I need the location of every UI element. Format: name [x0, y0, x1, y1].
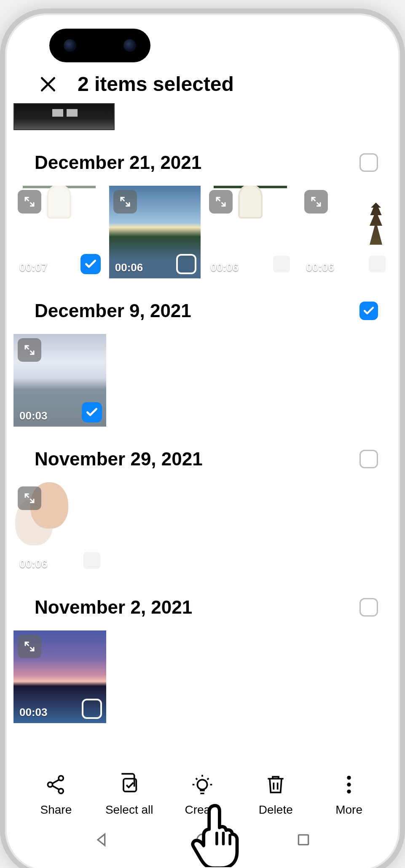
- more-button[interactable]: More: [319, 772, 378, 817]
- create-button[interactable]: Create: [173, 772, 232, 817]
- video-thumbnail[interactable]: 00:06: [300, 186, 392, 278]
- group-date-label: November 2, 2021: [35, 597, 192, 618]
- create-label: Create: [185, 803, 220, 817]
- trash-icon: [263, 772, 288, 797]
- thumbnail-checkbox[interactable]: [176, 254, 196, 274]
- group-header: November 29, 2021: [9, 427, 396, 482]
- svg-point-1: [59, 776, 63, 780]
- group-checkbox[interactable]: [359, 598, 378, 617]
- svg-point-2: [59, 789, 63, 793]
- group-date-label: November 29, 2021: [35, 449, 203, 470]
- video-duration: 00:06: [115, 261, 143, 274]
- expand-icon: [304, 190, 328, 214]
- select-all-button[interactable]: Select all: [100, 772, 159, 817]
- expand-icon: [209, 190, 233, 214]
- gallery-content: December 21, 2021 00:07 0: [9, 103, 396, 764]
- expand-icon: [113, 190, 137, 214]
- close-icon[interactable]: [39, 75, 57, 93]
- thumbnail-checkbox[interactable]: [80, 254, 101, 274]
- video-duration: 00:06: [19, 558, 48, 571]
- select-all-label: Select all: [105, 803, 153, 817]
- video-duration: 00:06: [306, 261, 334, 274]
- page-title: 2 items selected: [78, 72, 234, 96]
- video-duration: 00:06: [211, 261, 239, 274]
- share-icon: [43, 772, 69, 797]
- expand-icon: [18, 338, 41, 362]
- bottom-toolbar: Share Select all Create: [9, 764, 396, 821]
- thumbnail-checkbox[interactable]: [271, 254, 292, 274]
- thumbnail-checkbox[interactable]: [82, 699, 102, 719]
- thumbnail-checkbox[interactable]: [367, 254, 387, 274]
- lightbulb-icon: [190, 772, 215, 797]
- expand-icon: [18, 190, 41, 214]
- video-thumbnail[interactable]: 00:07: [13, 186, 105, 278]
- delete-label: Delete: [259, 803, 293, 817]
- more-label: More: [335, 803, 362, 817]
- group-date-label: December 9, 2021: [35, 300, 191, 321]
- select-all-icon: [117, 772, 142, 797]
- svg-rect-9: [298, 835, 308, 844]
- group-checkbox[interactable]: [359, 153, 378, 172]
- video-thumbnail[interactable]: 00:06: [109, 186, 201, 278]
- svg-point-8: [197, 834, 208, 846]
- svg-point-6: [347, 783, 351, 786]
- video-duration: 00:07: [19, 261, 48, 274]
- group-header: November 2, 2021: [9, 575, 396, 630]
- video-duration: 00:03: [19, 409, 48, 422]
- video-thumbnail[interactable]: 00:06: [205, 186, 296, 278]
- thumbnail-checkbox[interactable]: [82, 402, 102, 422]
- group-checkbox[interactable]: [359, 302, 378, 320]
- camera-notch: [49, 29, 150, 62]
- video-thumbnail[interactable]: 00:06: [13, 482, 106, 575]
- partial-thumbnail[interactable]: [13, 103, 115, 130]
- nav-back-icon[interactable]: [92, 830, 112, 849]
- system-navbar: [9, 821, 396, 867]
- video-thumbnail[interactable]: 00:03: [13, 334, 106, 427]
- svg-point-7: [347, 790, 351, 793]
- nav-recents-icon[interactable]: [294, 830, 313, 849]
- svg-point-4: [198, 780, 207, 789]
- thumbnail-checkbox[interactable]: [82, 550, 102, 571]
- expand-icon: [18, 486, 41, 510]
- svg-point-5: [347, 776, 351, 780]
- group-date-label: December 21, 2021: [35, 152, 201, 173]
- group-header: December 9, 2021: [9, 278, 396, 334]
- nav-home-icon[interactable]: [193, 830, 212, 849]
- delete-button[interactable]: Delete: [246, 772, 305, 817]
- expand-icon: [18, 635, 41, 658]
- phone-frame: 2 items selected December 21, 2021 00:07: [0, 8, 405, 868]
- video-duration: 00:03: [19, 706, 48, 719]
- video-thumbnail[interactable]: 00:03: [13, 630, 106, 723]
- share-label: Share: [40, 803, 72, 817]
- share-button[interactable]: Share: [27, 772, 86, 817]
- more-icon: [336, 772, 362, 797]
- group-header: December 21, 2021: [9, 130, 396, 186]
- group-checkbox[interactable]: [359, 450, 378, 468]
